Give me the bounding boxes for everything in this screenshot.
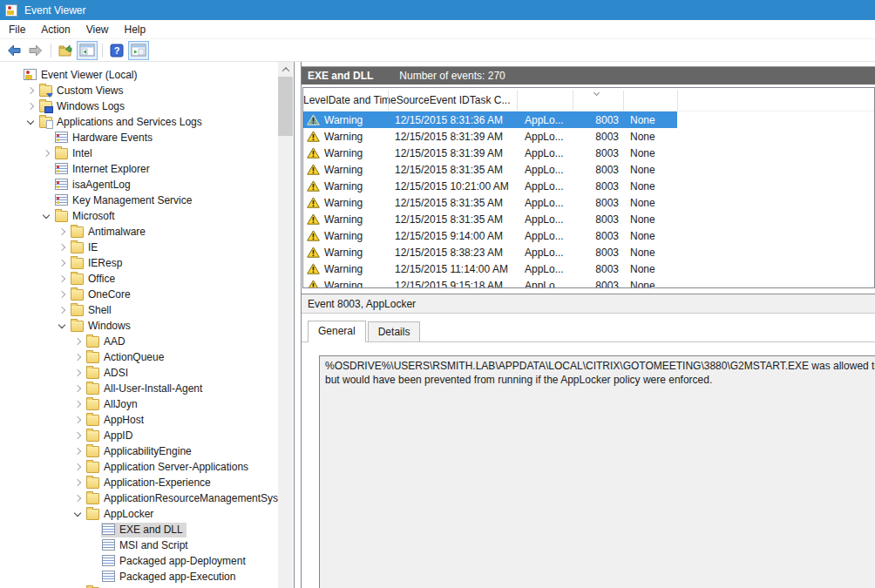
tree-expander-icon[interactable] (23, 98, 38, 114)
open-saved-log-button[interactable] (55, 41, 76, 60)
preview-tab[interactable]: Details (368, 321, 421, 341)
column-header-date[interactable]: Date and Time (329, 94, 397, 111)
show-action-pane-button[interactable] (128, 41, 149, 60)
tree-expander-icon[interactable] (85, 522, 101, 537)
tree-item[interactable]: Application-Experience (0, 475, 279, 490)
tree-expander-icon[interactable] (38, 161, 54, 177)
tree-expander-icon[interactable] (54, 287, 70, 302)
event-description-box[interactable]: %OSDRIVE%\USERS\RSMITH.LAB\APPDATA\LOCAL… (319, 355, 875, 588)
tree-expander-icon[interactable] (70, 459, 85, 475)
tree-expander-icon[interactable] (23, 114, 38, 130)
tree-expander-icon[interactable] (85, 553, 101, 569)
column-separator[interactable] (677, 91, 678, 111)
tree-item[interactable]: AppHost (0, 412, 279, 428)
tree-item[interactable]: ActionQueue (0, 349, 279, 365)
scrollbar-thumb[interactable] (278, 77, 293, 136)
event-row[interactable]: Warning 12/15/2015 8:31:39 AM AppLo... 8… (303, 145, 677, 161)
tree-expander-icon[interactable] (70, 396, 85, 412)
menu-item[interactable]: Action (33, 21, 78, 38)
tree-item[interactable]: Internet Explorer (0, 161, 279, 177)
tree-item[interactable]: ADSI (0, 365, 279, 381)
tree-item[interactable]: Packaged app-Deployment (0, 553, 279, 569)
tree-item[interactable]: EXE and DLL (0, 522, 279, 537)
event-row[interactable]: Warning 12/15/2015 8:31:35 AM AppLo... 8… (303, 194, 677, 211)
tree-item[interactable]: ApplicabilityEngine (0, 443, 279, 459)
event-row[interactable]: Warning 12/15/2015 8:31:35 AM AppLo... 8… (303, 161, 677, 178)
tree-item[interactable]: Office (0, 271, 279, 287)
tree-expander-icon[interactable] (70, 428, 85, 443)
column-header-source[interactable]: Source (397, 94, 430, 111)
tree-item[interactable]: Applications and Services Logs (0, 114, 279, 130)
tree-expander-icon[interactable] (54, 224, 70, 240)
tree-expander-icon[interactable] (38, 145, 54, 161)
tree-expander-icon[interactable] (23, 83, 38, 98)
show-console-tree-button[interactable] (77, 41, 98, 60)
tree-expander-icon[interactable] (38, 208, 54, 224)
event-row[interactable]: Warning 12/15/2015 11:14:00 AM AppLo... … (303, 260, 677, 277)
tree-item[interactable] (0, 585, 279, 588)
tree-item[interactable]: AppID (0, 428, 279, 443)
scrollbar-up-arrow-icon[interactable] (278, 62, 293, 77)
tree-expander-icon[interactable] (54, 240, 70, 255)
tree-item[interactable]: AAD (0, 334, 279, 349)
event-row[interactable]: Warning 12/15/2015 9:14:00 AM AppLo... 8… (303, 227, 677, 244)
column-header-level[interactable]: Level (303, 94, 329, 111)
tree-expander-icon[interactable] (70, 412, 85, 428)
tree-expander-icon[interactable] (70, 443, 85, 459)
column-separator[interactable] (388, 91, 389, 111)
tree-expander-icon[interactable] (54, 318, 70, 334)
tree-expander-icon[interactable] (70, 585, 85, 588)
tree-expander-icon[interactable] (54, 255, 70, 271)
tree-expander-icon[interactable] (70, 365, 85, 381)
tree-expander-icon[interactable] (70, 381, 85, 396)
tree-expander-icon[interactable] (70, 475, 85, 490)
tree-item[interactable]: isaAgentLog (0, 177, 279, 193)
tree-item[interactable]: Windows (0, 318, 279, 334)
tree-expander-icon[interactable] (54, 271, 70, 287)
column-separator[interactable] (623, 91, 624, 111)
event-row[interactable]: Warning 12/15/2015 10:21:00 AM AppLo... … (303, 178, 677, 194)
column-separator[interactable] (517, 91, 518, 111)
tree-expander-icon[interactable] (38, 193, 54, 208)
back-button[interactable] (3, 41, 24, 60)
tree-expander-icon[interactable] (85, 569, 101, 585)
tree-item[interactable]: Hardware Events (0, 130, 279, 145)
tree-item[interactable]: All-User-Install-Agent (0, 381, 279, 396)
tree-expander-icon[interactable] (70, 349, 85, 365)
menu-item[interactable]: View (78, 21, 117, 38)
tree-item[interactable]: AllJoyn (0, 396, 279, 412)
event-row[interactable]: Warning 12/15/2015 8:31:39 AM AppLo... 8… (303, 128, 677, 145)
tree-expander-icon[interactable] (85, 537, 101, 553)
tree-item[interactable]: MSI and Script (0, 537, 279, 553)
tree-item[interactable]: AppLocker (0, 506, 279, 522)
tree-expander-icon[interactable] (70, 490, 85, 506)
tree-item[interactable]: Key Management Service (0, 193, 279, 208)
tree-expander-icon[interactable] (38, 130, 54, 145)
event-row[interactable]: Warning 12/15/2015 8:31:36 AM AppLo... 8… (303, 112, 677, 128)
tree-item[interactable]: Windows Logs (0, 98, 279, 114)
column-header-eventid[interactable]: Event ID (430, 94, 470, 111)
column-separator[interactable] (573, 91, 573, 111)
tree-item[interactable]: IE (0, 240, 279, 255)
tree-expander-icon[interactable] (54, 302, 70, 318)
forward-button[interactable] (25, 41, 46, 60)
event-row[interactable]: Warning 12/15/2015 8:38:23 AM AppLo... 8… (303, 244, 677, 260)
menu-item[interactable]: Help (117, 21, 154, 38)
tree-item[interactable]: Application Server-Applications (0, 459, 279, 475)
tree-item[interactable]: IEResp (0, 255, 279, 271)
column-header-task[interactable]: Task C... (470, 94, 511, 111)
tree-scrollbar[interactable] (278, 62, 293, 588)
tree-item[interactable]: Event Viewer (Local) (0, 67, 279, 83)
tree-item[interactable]: Microsoft (0, 208, 279, 224)
tree-item[interactable]: Shell (0, 302, 279, 318)
tree-expander-icon[interactable] (70, 506, 85, 522)
tree-expander-icon[interactable] (70, 334, 85, 349)
tree-item[interactable]: ApplicationResourceManagementSystem (0, 490, 279, 506)
preview-tab[interactable]: General (308, 321, 366, 342)
help-button[interactable]: ? (106, 41, 127, 60)
tree-expander-icon[interactable] (38, 177, 54, 193)
tree-expander-icon[interactable] (7, 67, 23, 83)
tree-item[interactable]: Packaged app-Execution (0, 569, 279, 585)
tree-item[interactable]: Intel (0, 145, 279, 161)
tree-item[interactable]: Custom Views (0, 83, 279, 98)
